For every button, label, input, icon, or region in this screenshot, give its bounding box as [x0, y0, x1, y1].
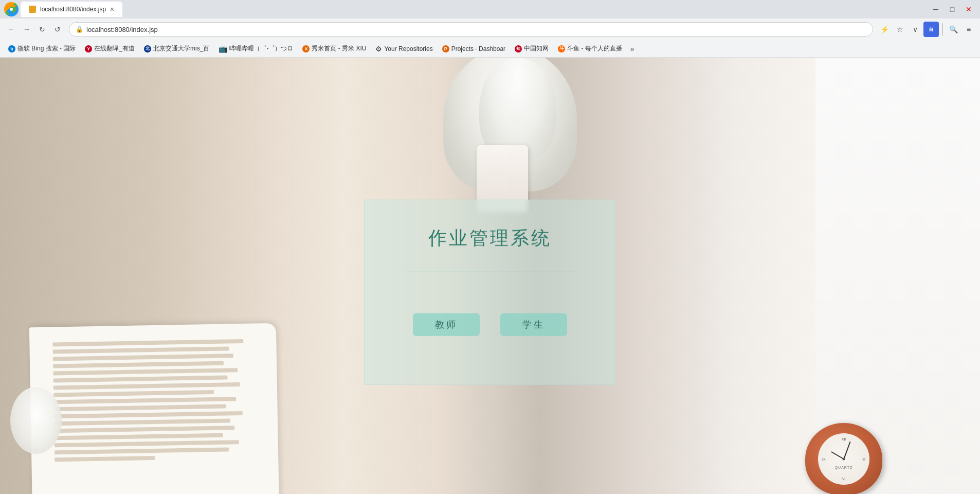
back-button[interactable]: ←	[4, 22, 19, 37]
zhiwang-favicon: 知	[515, 45, 522, 52]
bookmark-bing-label: 微软 Bing 搜索 - 国际	[17, 44, 76, 53]
bookmark-youdao[interactable]: Y 在线翻译_有道	[81, 42, 139, 56]
tab-close[interactable]: ×	[110, 5, 114, 13]
douyu-favicon: 斗	[558, 45, 565, 52]
clock-center-dot	[843, 458, 845, 461]
bookmark-bjtu[interactable]: 北 北京交通大学mis_百	[140, 42, 213, 56]
forward-button[interactable]: →	[20, 22, 34, 37]
clock-face: XII VI III IX QUARTZ	[818, 433, 869, 485]
bookmarks-bar: b 微软 Bing 搜索 - 国际 Y 在线翻译_有道 北 北京交通大学mis_…	[0, 40, 980, 58]
youdao-favicon: Y	[85, 45, 92, 52]
refresh-button[interactable]: ↻	[35, 22, 49, 37]
bookmark-github[interactable]: ⚙ Your Repositories	[371, 42, 437, 56]
clock-minute-hand	[843, 442, 850, 459]
title-bar: localhost:8080/index.jsp × ─ □ ✕	[0, 0, 980, 19]
bookmark-projects-label: Projects · Dashboar	[451, 45, 505, 52]
bookmark-zhiwang[interactable]: 知 中国知网	[511, 42, 553, 56]
bookmark-projects[interactable]: P Projects · Dashboar	[438, 42, 510, 56]
teacher-button[interactable]: 教师	[413, 313, 480, 336]
active-tab[interactable]: localhost:8080/index.jsp ×	[21, 2, 122, 17]
projects-favicon: P	[442, 45, 449, 52]
nav-bar: ← → ↻ ↺ 🔒 localhost:8080/index.jsp ⚡ ☆ ∨…	[0, 19, 980, 40]
flowers-decoration	[392, 58, 623, 212]
bookmark-douyu[interactable]: 斗 斗鱼 - 每个人的直播	[554, 42, 626, 56]
clock-body: XII VI III IX QUARTZ	[805, 423, 882, 494]
clock-decoration: XII VI III IX QUARTZ	[805, 423, 887, 494]
student-button[interactable]: 学生	[500, 313, 567, 336]
lock-icon: 🔒	[76, 26, 83, 33]
baidu-icon-btn[interactable]: 百	[923, 22, 939, 37]
bjtu-favicon: 北	[144, 45, 151, 52]
page-title: 作业管理系统	[428, 226, 552, 251]
card-buttons: 教师 学生	[413, 313, 567, 336]
bookmark-zhiwang-label: 中国知网	[524, 44, 549, 53]
address-text: localhost:8080/index.jsp	[86, 26, 866, 33]
search-button[interactable]: 🔍	[946, 22, 960, 37]
browser-chrome: localhost:8080/index.jsp × ─ □ ✕ ← → ↻ ↺…	[0, 0, 980, 58]
lightning-icon-btn[interactable]: ⚡	[877, 22, 892, 37]
bookmark-bing[interactable]: b 微软 Bing 搜索 - 国际	[4, 42, 80, 56]
bookmark-douyu-label: 斗鱼 - 每个人的直播	[567, 44, 622, 53]
xiumei-favicon: X	[302, 45, 310, 52]
tab-title: localhost:8080/index.jsp	[40, 6, 106, 13]
history-button[interactable]: ↺	[50, 22, 65, 37]
browser-logo	[4, 2, 19, 16]
page-content: XII VI III IX QUARTZ 作业管理系统 教师 学生	[0, 58, 980, 494]
flower-bottom-left	[10, 387, 72, 464]
bilibili-favicon: 📺	[219, 45, 227, 53]
clock-brand-label: QUARTZ	[835, 466, 853, 469]
star-button[interactable]: ☆	[893, 22, 907, 37]
bookmark-xiumei-label: 秀米首页 - 秀米 XIU	[312, 44, 366, 53]
bookmark-youdao-label: 在线翻译_有道	[94, 44, 135, 53]
expand-button[interactable]: ∨	[908, 22, 922, 37]
divider	[942, 23, 943, 36]
card-divider	[406, 272, 574, 272]
minimize-button[interactable]: ─	[929, 2, 943, 16]
bookmark-bjtu-label: 北京交通大学mis_百	[153, 44, 209, 53]
bookmark-bilibili[interactable]: 📺 哔哩哔哩（゜-゜）つロ	[214, 42, 297, 56]
bing-favicon: b	[8, 45, 15, 52]
bookmark-xiumei[interactable]: X 秀米首页 - 秀米 XIU	[298, 42, 370, 56]
address-bar[interactable]: 🔒 localhost:8080/index.jsp	[69, 22, 873, 37]
bookmark-bilibili-label: 哔哩哔哩（゜-゜）つロ	[229, 44, 293, 53]
main-card: 作业管理系统 教师 学生	[364, 200, 616, 385]
close-button[interactable]: ✕	[961, 2, 976, 16]
github-favicon: ⚙	[375, 45, 382, 53]
maximize-button[interactable]: □	[945, 2, 959, 16]
bookmarks-more-button[interactable]: »	[627, 45, 638, 53]
menu-button[interactable]: ≡	[961, 22, 976, 37]
bookmark-github-label: Your Repositories	[384, 45, 432, 52]
tab-favicon	[29, 6, 36, 13]
svg-point-0	[10, 8, 13, 11]
